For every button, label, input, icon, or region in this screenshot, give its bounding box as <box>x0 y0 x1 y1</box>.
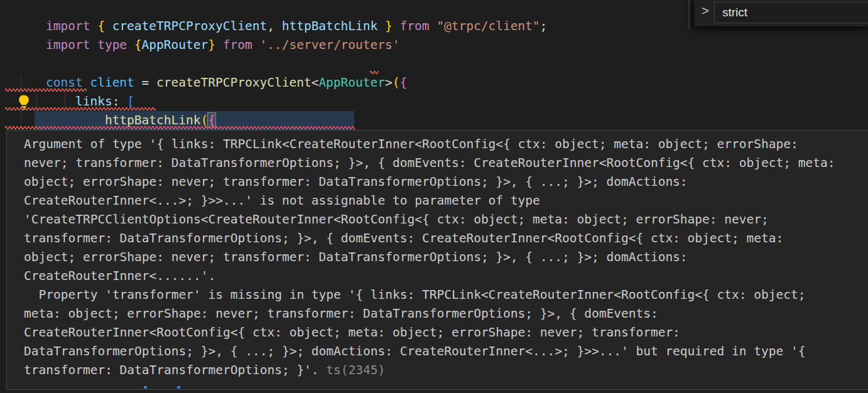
code-token: { <box>134 38 142 52</box>
code-token: from <box>215 38 259 52</box>
code-token: AppRouter <box>318 75 385 90</box>
code-token: ; <box>540 19 548 33</box>
code-token: > <box>385 75 393 90</box>
error-text-line: meta: object; errorShape: never; transfo… <box>24 304 868 323</box>
quick-input-edge-line <box>688 0 690 28</box>
quick-fix-lightbulb-icon[interactable] <box>16 94 31 111</box>
error-squiggle <box>5 89 87 92</box>
error-text-line: CreateRouterInner<RootConfig<{ ctx: obje… <box>24 323 868 342</box>
code-line-import-1[interactable]: import { createTRPCProxyClient, httpBatc… <box>16 0 547 17</box>
code-token: '../server/routers' <box>259 38 399 52</box>
code-token: } <box>208 38 215 52</box>
error-text-line: object; errorShape: never; transformer: … <box>24 173 868 191</box>
error-text-line: Property 'transformer' is missing in typ… <box>24 286 868 304</box>
command-prompt-chevron: > <box>702 4 709 18</box>
quick-input-widget: > <box>694 0 868 26</box>
code-token: "@trpc/client" <box>437 19 540 33</box>
error-text-line: Argument of type '{ links: TRPCLink<Crea… <box>24 135 868 154</box>
code-token: AppRouter <box>142 38 209 52</box>
error-hover-tooltip[interactable]: Argument of type '{ links: TRPCLink<Crea… <box>6 130 868 390</box>
clipped-text-hint <box>144 386 147 389</box>
code-token: < <box>312 75 319 90</box>
clipped-text-hint <box>177 386 180 389</box>
error-squiggle <box>5 126 355 129</box>
error-text-line: CreateRouterInner<......'. <box>24 267 868 286</box>
code-token: = <box>142 75 156 90</box>
editor-window: import { createTRPCProxyClient, httpBatc… <box>0 0 868 393</box>
error-text-line: CreateRouterInner<...>; }>>...' is not a… <box>24 191 868 210</box>
error-text-line: never; transformer: DataTransformerOptio… <box>24 154 868 173</box>
code-line-import-2[interactable]: import type {AppRouter} from '../server/… <box>16 17 400 36</box>
error-code: ts(2345) <box>326 363 385 377</box>
error-text-line: object; errorShape: never; transformer: … <box>24 248 868 267</box>
error-text: transformer: DataTransformerOptions; }'. <box>24 363 326 377</box>
code-line-const-client[interactable]: const client = createTRPCProxyClient<App… <box>16 55 407 73</box>
error-text-line: DataTransformerOptions; }>, { ...; }>; d… <box>24 342 868 361</box>
error-squiggle <box>370 71 379 74</box>
quick-input-field[interactable] <box>714 2 868 23</box>
code-token: createTRPCProxyClient <box>156 75 312 90</box>
error-text-line: transformer: DataTransformerOptions; }>,… <box>24 229 868 248</box>
error-text-line: 'CreateTRPCClientOptions<CreateRouterInn… <box>24 210 868 229</box>
code-token: { <box>400 75 408 90</box>
code-token: import type <box>46 38 134 52</box>
error-text-last-line: transformer: DataTransformerOptions; }'.… <box>24 361 868 380</box>
code-token: ( <box>393 75 400 90</box>
